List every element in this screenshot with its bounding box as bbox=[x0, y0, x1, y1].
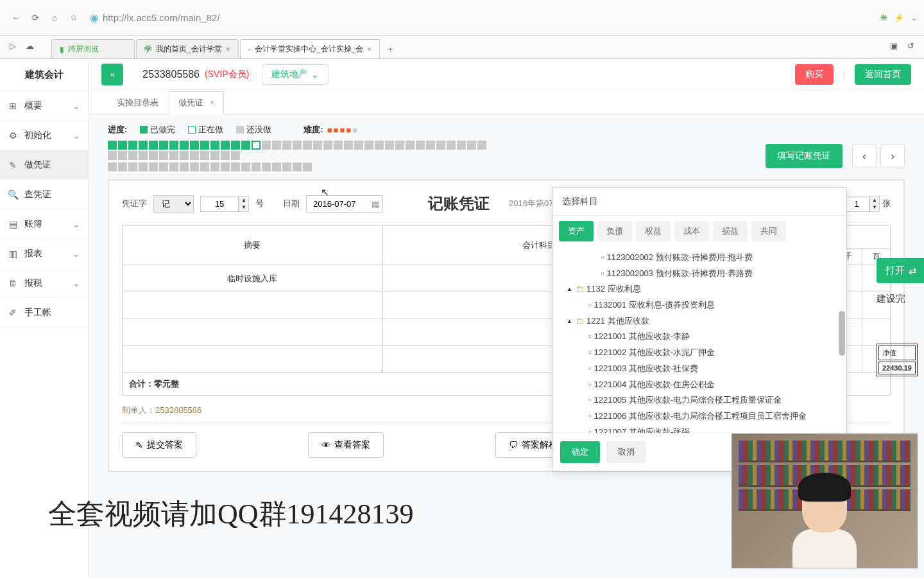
view-answer-button[interactable]: 👁查看答案 bbox=[308, 432, 384, 458]
category-dropdown[interactable]: 建筑地产 ⌄ bbox=[262, 64, 329, 85]
close-icon[interactable]: × bbox=[210, 98, 215, 107]
progress-square[interactable] bbox=[149, 141, 158, 150]
progress-square[interactable] bbox=[169, 162, 178, 171]
add-tab-button[interactable]: + bbox=[381, 40, 399, 58]
progress-square[interactable] bbox=[118, 151, 127, 160]
progress-square[interactable] bbox=[108, 151, 117, 160]
sidebar-item-3[interactable]: 🔍查凭证 bbox=[0, 180, 88, 209]
progress-square[interactable] bbox=[262, 162, 271, 171]
tree-item[interactable]: ▫1123002002 预付账款-待摊费用-拖斗费 bbox=[560, 250, 839, 266]
progress-square[interactable] bbox=[272, 162, 281, 171]
attach-spinner[interactable]: ▲▼ bbox=[869, 196, 880, 212]
progress-square[interactable] bbox=[200, 141, 209, 150]
progress-square[interactable] bbox=[231, 151, 240, 160]
submit-answer-button[interactable]: ✎提交答案 bbox=[122, 432, 196, 458]
restore-icon[interactable]: ↺ bbox=[907, 41, 914, 51]
cert-num-input[interactable] bbox=[200, 196, 239, 212]
progress-square[interactable] bbox=[303, 162, 312, 171]
summary-cell[interactable] bbox=[123, 346, 383, 373]
progress-square[interactable] bbox=[139, 162, 148, 171]
fill-voucher-button[interactable]: 填写记账凭证 bbox=[766, 144, 843, 168]
progress-square[interactable] bbox=[262, 141, 271, 150]
popup-tab-权益[interactable]: 权益 bbox=[636, 221, 671, 241]
sidebar-item-4[interactable]: ▤账簿⌄ bbox=[0, 209, 88, 239]
summary-cell[interactable] bbox=[123, 292, 383, 319]
progress-square[interactable] bbox=[426, 141, 435, 150]
next-button[interactable]: › bbox=[880, 144, 905, 168]
progress-square[interactable] bbox=[282, 162, 291, 171]
progress-square[interactable] bbox=[375, 141, 384, 150]
progress-square[interactable] bbox=[200, 151, 209, 160]
progress-square[interactable] bbox=[406, 141, 415, 150]
progress-square[interactable] bbox=[190, 162, 199, 171]
progress-square[interactable] bbox=[159, 162, 168, 171]
progress-square[interactable] bbox=[231, 141, 240, 150]
progress-square[interactable] bbox=[180, 141, 189, 150]
progress-square[interactable] bbox=[282, 141, 291, 150]
sidebar-item-5[interactable]: ▥报表⌄ bbox=[0, 239, 88, 268]
progress-square[interactable] bbox=[303, 141, 312, 150]
ext-icon-2[interactable]: ⚡ bbox=[894, 13, 904, 22]
tree-item[interactable]: ▲🗀1221 其他应收款 bbox=[560, 313, 839, 329]
progress-square[interactable] bbox=[344, 141, 353, 150]
progress-square[interactable] bbox=[252, 141, 261, 150]
sidebar-item-6[interactable]: 🗎报税⌄ bbox=[0, 268, 88, 298]
popup-tab-负债[interactable]: 负债 bbox=[597, 221, 632, 241]
progress-square[interactable] bbox=[118, 141, 127, 150]
progress-square[interactable] bbox=[149, 151, 158, 160]
progress-square[interactable] bbox=[200, 162, 209, 171]
progress-square[interactable] bbox=[395, 141, 404, 150]
url-bar[interactable]: ◉ http://lx.acc5.com/main_82/ bbox=[90, 8, 874, 28]
favorite-button[interactable]: ☆ bbox=[64, 8, 83, 28]
tree-item[interactable]: ▫1221003 其他应收款-社保费 bbox=[560, 361, 839, 377]
progress-square[interactable] bbox=[231, 162, 240, 171]
ext-icon-1[interactable]: ❋ bbox=[880, 13, 887, 22]
sidebar-item-2[interactable]: ✎做凭证 bbox=[0, 150, 88, 180]
progress-square[interactable] bbox=[467, 141, 476, 150]
calendar-icon[interactable]: ▦ bbox=[372, 199, 379, 209]
progress-square[interactable] bbox=[252, 162, 261, 171]
progress-square[interactable] bbox=[272, 141, 281, 150]
ok-button[interactable]: 确定 bbox=[560, 441, 600, 463]
progress-square[interactable] bbox=[210, 151, 219, 160]
tree-item[interactable]: ▫1221005 其他应收款-电力局综合楼工程质量保证金 bbox=[560, 392, 839, 408]
sidebar-item-0[interactable]: ⊞概要⌄ bbox=[0, 91, 88, 121]
tree-item[interactable]: ▫1221007 其他应收款-张强 bbox=[560, 425, 839, 433]
progress-square[interactable] bbox=[436, 141, 445, 150]
sidebar-item-7[interactable]: ✐手工帐 bbox=[0, 298, 88, 328]
progress-square[interactable] bbox=[323, 141, 332, 150]
progress-square[interactable] bbox=[159, 141, 168, 150]
video-thumbnail[interactable] bbox=[732, 434, 918, 568]
subtab-catalog[interactable]: 实操目录表 bbox=[108, 92, 167, 114]
progress-square[interactable] bbox=[221, 141, 230, 150]
progress-square[interactable] bbox=[169, 151, 178, 160]
subtab-voucher[interactable]: 做凭证 × bbox=[169, 91, 224, 114]
progress-square[interactable] bbox=[385, 141, 394, 150]
progress-square[interactable] bbox=[108, 141, 117, 150]
prev-button[interactable]: ‹ bbox=[852, 144, 877, 168]
progress-square[interactable] bbox=[128, 141, 137, 150]
tree-item[interactable]: ▫1221004 其他应收款-住房公积金 bbox=[560, 377, 839, 393]
progress-square[interactable] bbox=[180, 162, 189, 171]
cloud-icon[interactable]: ☁ bbox=[26, 41, 34, 51]
progress-square[interactable] bbox=[108, 162, 117, 171]
home-button[interactable]: ⌂ bbox=[45, 8, 64, 28]
progress-square[interactable] bbox=[416, 141, 425, 150]
progress-square[interactable] bbox=[477, 141, 486, 150]
tree-item[interactable]: ▫1132001 应收利息-债券投资利息 bbox=[560, 297, 839, 313]
progress-square[interactable] bbox=[180, 151, 189, 160]
progress-square[interactable] bbox=[364, 141, 373, 150]
progress-square[interactable] bbox=[128, 162, 137, 171]
progress-square[interactable] bbox=[139, 151, 148, 160]
progress-square[interactable] bbox=[241, 141, 250, 150]
popup-tab-损益[interactable]: 损益 bbox=[713, 221, 748, 241]
tree-item[interactable]: ▫1123002003 预付账款-待摊费用-养路费 bbox=[560, 266, 839, 282]
popup-tab-共同[interactable]: 共同 bbox=[751, 221, 786, 241]
dropdown-icon[interactable]: ⌄ bbox=[911, 13, 918, 22]
tab-2[interactable]: ▫ 会计学堂实操中心_会计实操_会 × bbox=[240, 39, 381, 58]
progress-square[interactable] bbox=[128, 151, 137, 160]
popup-tab-资产[interactable]: 资产 bbox=[559, 221, 594, 241]
progress-square[interactable] bbox=[221, 162, 230, 171]
open-panel-button[interactable]: 打开 ⇄ bbox=[877, 258, 924, 283]
progress-square[interactable] bbox=[118, 162, 127, 171]
